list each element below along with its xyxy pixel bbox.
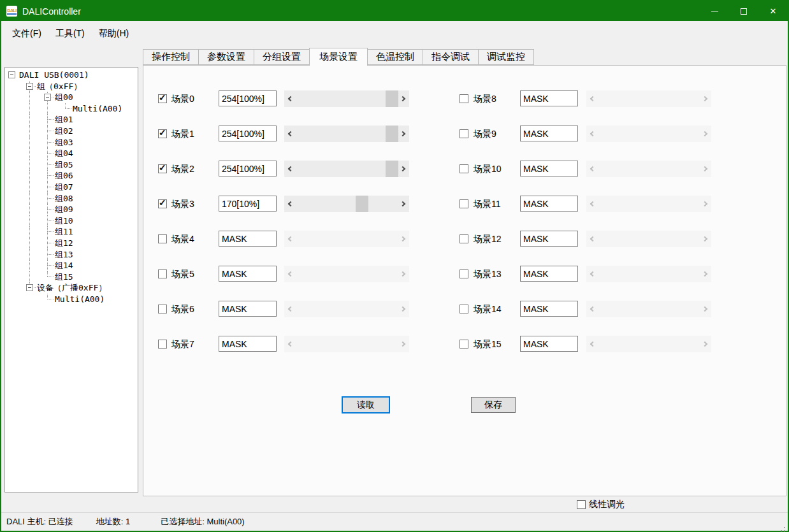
tree-row[interactable]: 组07 (5, 182, 138, 193)
tree-node-label[interactable]: 组06 (54, 171, 75, 181)
tree-node-label[interactable]: 组13 (54, 250, 75, 260)
tree-node-label[interactable]: 组11 (54, 227, 75, 237)
tree-node-label[interactable]: 组04 (54, 148, 75, 159)
scrollbar-left-arrow[interactable] (590, 236, 595, 241)
tree-node-label[interactable]: 组09 (54, 205, 75, 215)
scrollbar-right-arrow[interactable] (702, 271, 707, 277)
scene-value-input[interactable] (520, 161, 578, 176)
tree-node-label[interactable]: DALI USB(0001) (18, 70, 90, 80)
title-bar[interactable]: DALI DALIController ✕ (1, 1, 788, 21)
tree-row[interactable]: 设备（广播0xFF） (5, 282, 138, 294)
scrollbar-right-arrow[interactable] (702, 96, 707, 101)
tree-node-label[interactable]: 组07 (54, 182, 75, 192)
scrollbar-left-arrow[interactable] (590, 96, 595, 101)
tree-node-label[interactable]: 组12 (54, 238, 75, 248)
tree-node-label[interactable]: 组15 (54, 272, 75, 282)
minimize-button[interactable] (700, 1, 729, 21)
tab-4[interactable]: 色温控制 (367, 49, 423, 65)
scrollbar-right-arrow[interactable] (702, 131, 707, 136)
scene-checkbox[interactable]: ✓ (460, 340, 468, 349)
tree-row[interactable]: 组12 (5, 238, 138, 249)
tree-row[interactable]: 组02 (5, 126, 138, 137)
menu-item-0[interactable]: 文件(F) (5, 25, 48, 43)
scrollbar-right-arrow[interactable] (702, 166, 707, 171)
tree-row[interactable]: 组09 (5, 204, 138, 215)
scene-level-scrollbar[interactable] (586, 161, 711, 177)
tree-row[interactable]: 组（0xFF） (5, 81, 138, 92)
tree-row[interactable]: Multi(A00) (5, 103, 138, 115)
tree-collapse-icon[interactable] (8, 71, 15, 78)
scrollbar-left-arrow[interactable] (590, 131, 595, 136)
tree-node-label[interactable]: 组10 (54, 216, 75, 226)
scene-level-scrollbar[interactable] (586, 301, 711, 317)
menu-item-1[interactable]: 工具(T) (48, 25, 92, 43)
scene-level-scrollbar[interactable] (586, 126, 711, 142)
tab-2[interactable]: 分组设置 (254, 49, 310, 65)
scrollbar-right-arrow[interactable] (702, 306, 707, 312)
scrollbar-left-arrow[interactable] (590, 306, 595, 312)
tree-row[interactable]: Multi(A00) (5, 294, 138, 305)
scene-level-scrollbar[interactable] (586, 336, 711, 352)
scrollbar-right-arrow[interactable] (702, 341, 707, 347)
scene-checkbox[interactable]: ✓ (460, 94, 468, 103)
tree-collapse-icon[interactable] (44, 94, 51, 101)
scene-value-input[interactable] (520, 231, 578, 247)
read-button[interactable]: 读取 (342, 396, 390, 413)
tree-row[interactable]: 组01 (5, 114, 138, 126)
tree-row[interactable]: 组13 (5, 249, 138, 261)
tree-row[interactable]: 组06 (5, 170, 138, 182)
maximize-button[interactable] (729, 1, 758, 21)
tree-node-label[interactable]: 组03 (54, 138, 75, 148)
scene-checkbox[interactable]: ✓ (460, 234, 468, 243)
tree-node-label[interactable]: Multi(A00) (54, 294, 106, 305)
scene-value-input[interactable] (520, 196, 578, 212)
tree-node-label[interactable]: 组（0xFF） (36, 82, 83, 92)
close-button[interactable]: ✕ (758, 1, 788, 21)
tree-node-label[interactable]: 组02 (54, 126, 75, 136)
tree-node-label[interactable]: 组05 (54, 160, 75, 170)
tree-node-label[interactable]: Multi(A00) (71, 104, 124, 114)
tree-node-label[interactable]: 组14 (54, 261, 75, 271)
tree-node-label[interactable]: 组01 (54, 115, 75, 125)
tree-node-label[interactable]: 组08 (54, 194, 75, 204)
scrollbar-left-arrow[interactable] (590, 201, 595, 206)
scene-level-scrollbar[interactable] (586, 196, 711, 212)
scene-value-input[interactable] (520, 336, 578, 352)
scrollbar-right-arrow[interactable] (702, 236, 707, 241)
scene-checkbox[interactable]: ✓ (460, 305, 468, 313)
scene-checkbox[interactable]: ✓ (460, 129, 468, 138)
scene-value-input[interactable] (520, 126, 578, 141)
scene-checkbox[interactable]: ✓ (460, 199, 468, 208)
scrollbar-left-arrow[interactable] (590, 271, 595, 277)
device-tree[interactable]: DALI USB(0001)组（0xFF）组00Multi(A00)组01组02… (4, 67, 138, 492)
tab-0[interactable]: 操作控制 (143, 49, 199, 65)
tree-node-label[interactable]: 组00 (54, 92, 75, 103)
tree-row[interactable]: 组08 (5, 193, 138, 205)
tab-6[interactable]: 调试监控 (478, 49, 534, 65)
scene-level-scrollbar[interactable] (586, 266, 711, 282)
scrollbar-left-arrow[interactable] (590, 166, 595, 171)
tab-3[interactable]: 场景设置 (309, 48, 368, 66)
tree-collapse-icon[interactable] (26, 284, 33, 291)
scene-value-input[interactable] (520, 90, 578, 106)
menu-item-2[interactable]: 帮助(H) (92, 25, 136, 43)
scene-level-scrollbar[interactable] (586, 231, 711, 247)
tree-row[interactable]: 组10 (5, 215, 138, 227)
tree-row[interactable]: 组04 (5, 148, 138, 159)
scrollbar-right-arrow[interactable] (702, 201, 707, 206)
scene-checkbox[interactable]: ✓ (460, 270, 468, 278)
tree-row[interactable]: 组00 (5, 92, 138, 103)
scene-value-input[interactable] (520, 301, 578, 317)
tree-row[interactable]: 组15 (5, 271, 138, 283)
tree-row[interactable]: 组11 (5, 226, 138, 238)
scene-value-input[interactable] (520, 266, 578, 282)
save-button[interactable]: 保存 (471, 397, 516, 413)
tab-5[interactable]: 指令调试 (423, 49, 479, 65)
scrollbar-left-arrow[interactable] (590, 341, 595, 347)
tree-row[interactable]: 组03 (5, 137, 138, 148)
resize-grip[interactable] (784, 527, 785, 528)
tree-row[interactable]: 组14 (5, 260, 138, 271)
scene-checkbox[interactable]: ✓ (460, 164, 468, 173)
tree-collapse-icon[interactable] (26, 83, 33, 90)
tree-row[interactable]: 组05 (5, 159, 138, 171)
